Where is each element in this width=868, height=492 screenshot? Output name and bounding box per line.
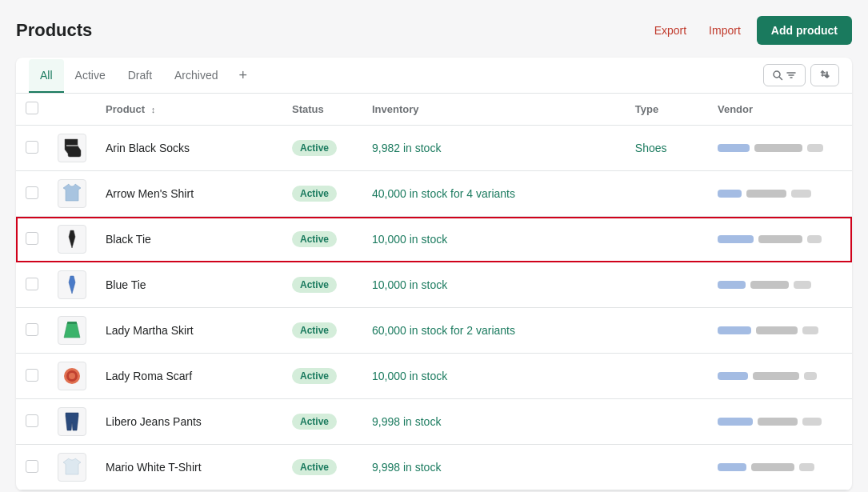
header-actions: Export Import Add product <box>648 16 852 45</box>
select-all-checkbox[interactable] <box>26 102 38 114</box>
product-inventory-cell[interactable]: 10,000 in stock <box>362 217 626 262</box>
vendor-blur <box>718 235 842 243</box>
row-checkbox[interactable] <box>26 414 38 427</box>
product-name-cell[interactable]: Lady Roma Scarf <box>96 354 282 399</box>
product-image <box>58 316 86 345</box>
product-image <box>58 134 86 162</box>
page-title: Products <box>16 20 92 41</box>
vendor-blur <box>718 418 842 426</box>
row-checkbox[interactable] <box>26 232 38 245</box>
product-type-cell <box>626 354 708 399</box>
product-image <box>58 362 86 390</box>
tab-add-button[interactable]: + <box>230 60 258 92</box>
search-filter-button[interactable] <box>763 64 806 86</box>
product-status-cell: Active <box>282 399 362 445</box>
product-inventory-cell[interactable]: 10,000 in stock <box>362 262 626 308</box>
product-name-cell[interactable]: Lady Martha Skirt <box>96 308 282 354</box>
table-row[interactable]: Lady Roma Scarf Active 10,000 in stock <box>16 354 852 399</box>
product-vendor-cell <box>708 126 852 171</box>
vendor-blur <box>718 144 842 152</box>
product-vendor-cell <box>708 445 852 490</box>
row-checkbox-cell[interactable] <box>16 217 48 262</box>
th-vendor: Vendor <box>708 94 852 126</box>
add-product-button[interactable]: Add product <box>757 16 852 45</box>
product-image <box>58 225 86 254</box>
table-row[interactable]: Black Tie Active 10,000 in stock <box>16 217 852 262</box>
status-badge: Active <box>292 459 337 475</box>
table-row[interactable]: Arin Black Socks Active 9,982 in stock S… <box>16 126 852 171</box>
product-name-cell[interactable]: Black Tie <box>96 217 282 262</box>
product-type-cell <box>626 262 708 308</box>
tabs-actions <box>763 58 839 93</box>
product-inventory-cell[interactable]: 9,982 in stock <box>362 126 626 171</box>
status-badge: Active <box>292 140 337 156</box>
row-checkbox-cell[interactable] <box>16 445 48 490</box>
product-status-cell: Active <box>282 354 362 399</box>
vendor-blur <box>718 326 842 334</box>
row-checkbox[interactable] <box>26 186 38 199</box>
product-type-cell <box>626 445 708 490</box>
product-inventory-cell[interactable]: 9,998 in stock <box>362 399 626 445</box>
product-status-cell: Active <box>282 126 362 171</box>
row-checkbox[interactable] <box>26 369 38 382</box>
sort-button[interactable] <box>810 64 839 86</box>
th-checkbox[interactable] <box>16 94 48 126</box>
status-badge: Active <box>292 186 337 202</box>
row-checkbox-cell[interactable] <box>16 354 48 399</box>
filter-icon <box>786 70 797 81</box>
sort-icon <box>819 70 830 81</box>
svg-rect-7 <box>67 322 77 324</box>
row-checkbox[interactable] <box>26 460 38 473</box>
table-row[interactable]: Lady Martha Skirt Active 60,000 in stock… <box>16 308 852 354</box>
product-inventory-cell[interactable]: 40,000 in stock for 4 variants <box>362 171 626 217</box>
product-inventory-cell[interactable]: 10,000 in stock <box>362 354 626 399</box>
row-checkbox[interactable] <box>26 278 38 290</box>
svg-point-0 <box>774 71 780 78</box>
product-name-cell[interactable]: Libero Jeans Pants <box>96 399 282 445</box>
svg-line-1 <box>780 78 782 80</box>
import-button[interactable]: Import <box>702 19 747 42</box>
product-image-cell <box>48 171 96 217</box>
vendor-blur <box>718 281 842 289</box>
products-card: All Active Draft Archived + <box>16 58 852 490</box>
th-inventory: Inventory <box>362 94 626 126</box>
row-checkbox-cell[interactable] <box>16 126 48 171</box>
th-status: Status <box>282 94 362 126</box>
tab-active[interactable]: Active <box>64 59 117 93</box>
row-checkbox-cell[interactable] <box>16 171 48 217</box>
tabs-bar: All Active Draft Archived + <box>16 58 852 94</box>
product-image-cell <box>48 308 96 354</box>
product-image-cell <box>48 262 96 308</box>
product-name-cell[interactable]: Arrow Men's Shirt <box>96 171 282 217</box>
product-type-cell <box>626 308 708 354</box>
row-checkbox[interactable] <box>26 323 38 336</box>
th-product[interactable]: Product ↕ <box>96 94 282 126</box>
product-inventory-cell[interactable]: 60,000 in stock for 2 variants <box>362 308 626 354</box>
table-row[interactable]: Mario White T-Shirt Active 9,998 in stoc… <box>16 445 852 490</box>
product-image-cell <box>48 354 96 399</box>
row-checkbox[interactable] <box>26 141 38 154</box>
export-button[interactable]: Export <box>648 19 693 42</box>
product-image-cell <box>48 126 96 171</box>
row-checkbox-cell[interactable] <box>16 308 48 354</box>
vendor-blur <box>718 190 842 198</box>
tab-archived[interactable]: Archived <box>163 59 229 93</box>
table-row[interactable]: Blue Tie Active 10,000 in stock <box>16 262 852 308</box>
product-inventory-cell[interactable]: 9,998 in stock <box>362 445 626 490</box>
search-icon <box>772 70 783 81</box>
table-row[interactable]: Arrow Men's Shirt Active 40,000 in stock… <box>16 171 852 217</box>
tab-all[interactable]: All <box>29 59 64 93</box>
product-name-cell[interactable]: Blue Tie <box>96 262 282 308</box>
product-status-cell: Active <box>282 445 362 490</box>
product-type-cell[interactable]: Shoes <box>626 126 708 171</box>
product-vendor-cell <box>708 308 852 354</box>
row-checkbox-cell[interactable] <box>16 399 48 445</box>
product-name-cell[interactable]: Arin Black Socks <box>96 126 282 171</box>
products-table: Product ↕ Status Inventory Type Vendor A… <box>16 94 852 490</box>
product-name-cell[interactable]: Mario White T-Shirt <box>96 445 282 490</box>
tab-draft[interactable]: Draft <box>117 59 163 93</box>
product-image <box>58 453 86 482</box>
product-vendor-cell <box>708 399 852 445</box>
row-checkbox-cell[interactable] <box>16 262 48 308</box>
table-row[interactable]: Libero Jeans Pants Active 9,998 in stock <box>16 399 852 445</box>
